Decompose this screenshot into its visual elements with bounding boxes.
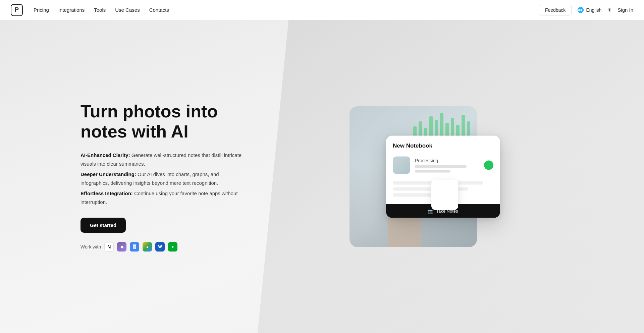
- navbar-left: P Pricing Integrations Tools Use Cases C…: [11, 4, 169, 16]
- language-selector[interactable]: 🌐 English: [577, 7, 601, 13]
- gdocs-icon[interactable]: [130, 242, 139, 252]
- status-dot: [484, 160, 493, 170]
- signin-button[interactable]: Sign In: [618, 7, 633, 13]
- small-card: [431, 180, 458, 210]
- feature-integration-label: Effortless Integration:: [80, 190, 133, 196]
- card-title: New Notebook: [386, 135, 500, 153]
- nav-pricing[interactable]: Pricing: [34, 7, 49, 13]
- hero-content: Turn photos into notes with AI AI-Enhanc…: [0, 93, 644, 261]
- feature-understanding-label: Deeper Understanding:: [80, 171, 136, 177]
- get-started-button[interactable]: Get started: [80, 218, 126, 233]
- hero-visual: New Notebook Processing...: [275, 93, 577, 261]
- nav-contacts[interactable]: Contacts: [149, 7, 169, 13]
- hero-section: Turn photos into notes with AI AI-Enhanc…: [0, 20, 644, 333]
- progress-bar: [415, 165, 467, 168]
- notion-icon[interactable]: N: [104, 242, 114, 252]
- translate-icon: 🌐: [577, 7, 584, 13]
- hero-feature-understanding: Deeper Understanding: Our AI dives into …: [80, 170, 248, 187]
- processing-status: Processing...: [415, 158, 479, 163]
- hero-title: Turn photos into notes with AI: [80, 102, 248, 142]
- nav-tools[interactable]: Tools: [94, 7, 106, 13]
- nav-integrations[interactable]: Integrations: [58, 7, 85, 13]
- svg-rect-2: [133, 247, 136, 247]
- gdrive-icon[interactable]: ▲: [143, 242, 152, 252]
- nav-use-cases[interactable]: Use Cases: [115, 7, 140, 13]
- svg-rect-1: [133, 246, 136, 246]
- language-label: English: [586, 7, 601, 13]
- work-with-section: Work with N ◆ ▲ W ♦: [80, 242, 248, 252]
- work-with-label: Work with: [80, 244, 101, 249]
- theme-toggle[interactable]: ☀: [607, 6, 612, 14]
- svg-rect-3: [133, 248, 135, 248]
- item-content: Processing...: [415, 158, 479, 172]
- feedback-button[interactable]: Feedback: [539, 5, 572, 15]
- hero-feature-integration: Effortless Integration: Continue using y…: [80, 189, 248, 206]
- feature-clarity-label: AI-Enhanced Clarity:: [80, 152, 130, 158]
- navbar-right: Feedback 🌐 English ☀ Sign In: [539, 5, 633, 15]
- navbar: P Pricing Integrations Tools Use Cases C…: [0, 0, 644, 20]
- obsidian-icon[interactable]: ◆: [117, 242, 126, 252]
- progress-bar-secondary: [415, 170, 450, 172]
- hero-text: Turn photos into notes with AI AI-Enhanc…: [80, 102, 248, 252]
- card-processing-item: Processing...: [386, 153, 500, 177]
- nav-links: Pricing Integrations Tools Use Cases Con…: [34, 7, 169, 13]
- item-thumbnail: [393, 156, 410, 174]
- word-icon[interactable]: W: [155, 242, 165, 252]
- logo[interactable]: P: [11, 4, 23, 16]
- hero-feature-clarity: AI-Enhanced Clarity: Generate well-struc…: [80, 151, 248, 168]
- evernote-icon[interactable]: ♦: [168, 242, 177, 252]
- sun-icon: ☀: [607, 7, 612, 13]
